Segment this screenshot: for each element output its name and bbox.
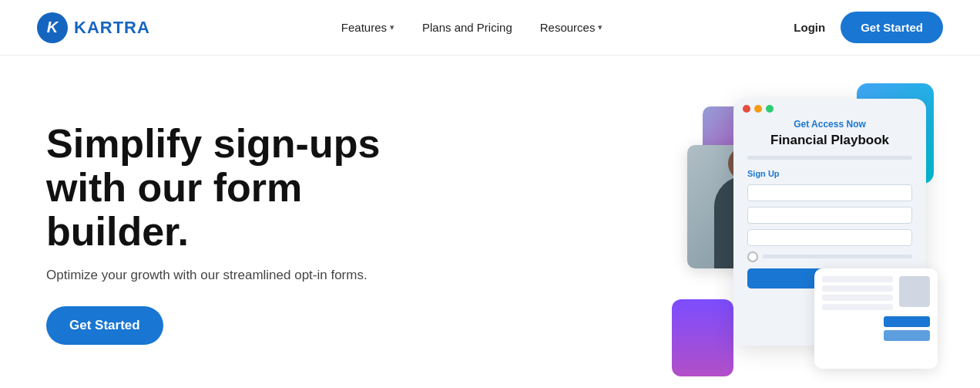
chevron-down-icon: ▾ [390,22,394,32]
sign-up-label: Sign Up [747,169,912,178]
login-button[interactable]: Login [794,21,825,34]
form-field-3[interactable] [747,229,912,246]
form-field-1[interactable] [747,184,912,201]
browser-dots [733,99,926,119]
image-placeholder [899,276,930,307]
dot-yellow [754,105,762,113]
secondary-card [814,268,938,369]
content-line-4 [822,304,893,310]
mock-btn-1 [884,316,930,327]
accent-purple-left [672,299,733,376]
get-started-hero-button[interactable]: Get Started [46,306,163,345]
dot-red [743,105,750,113]
hero-subtitle: Optimize your growth with our streamline… [46,268,447,283]
mock-btn-2 [884,330,930,341]
get-started-nav-button[interactable]: Get Started [841,12,943,43]
content-line-1 [822,276,893,282]
radio-row [747,251,912,262]
chevron-down-icon: ▾ [598,22,602,32]
hero-section: Simplify sign-ups with our form builder.… [0,56,980,388]
radio-input[interactable] [747,251,758,262]
hero-text: Simplify sign-ups with our form builder.… [46,122,447,346]
radio-label-line [763,255,912,258]
hero-visual: Get Access Now Financial Playbook Sign U… [533,83,934,384]
nav-links: Features ▾ Plans and Pricing Resources ▾ [341,21,603,34]
brand-name: KARTRA [74,18,150,38]
financial-title: Financial Playbook [747,133,912,148]
logo[interactable]: K KARTRA [37,12,150,43]
dot-green [766,105,774,113]
content-line-3 [822,295,893,301]
nav-plans[interactable]: Plans and Pricing [422,21,512,34]
content-line-2 [822,285,893,292]
divider-line [747,156,912,160]
nav-right: Login Get Started [794,12,943,43]
hero-title: Simplify sign-ups with our form builder. [46,122,447,255]
btn-group-mock [822,316,930,341]
lines-group [822,276,893,313]
nav-resources[interactable]: Resources ▾ [540,21,603,34]
get-access-label: Get Access Now [747,119,912,130]
form-field-2[interactable] [747,207,912,224]
nav-features[interactable]: Features ▾ [341,21,394,34]
logo-icon: K [37,12,68,43]
navbar: K KARTRA Features ▾ Plans and Pricing Re… [0,0,980,56]
